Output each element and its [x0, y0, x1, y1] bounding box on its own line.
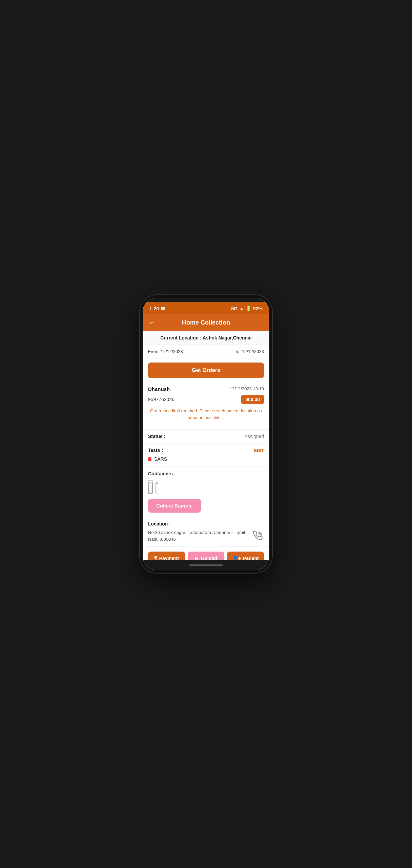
- home-indicator: [143, 560, 269, 570]
- call-button[interactable]: [252, 530, 264, 542]
- patient-phone: 9597762026: [148, 397, 174, 402]
- upload-label: Upload: [201, 556, 217, 560]
- add-patient-icon: 👤+: [232, 556, 241, 560]
- time-display: 1:20: [149, 306, 159, 311]
- to-date: To: 12/12/2023: [235, 349, 264, 354]
- battery-icon: 🔋: [246, 306, 251, 311]
- test-item: SARS: [148, 456, 264, 462]
- date-filter-row: From: 12/12/2023 To: 12/12/2023: [143, 345, 269, 358]
- rupee-icon: ₹: [154, 556, 157, 560]
- containers-label: Containers :: [148, 471, 264, 476]
- tests-section: Tests : EDIT SARS: [143, 443, 269, 467]
- home-bar: [189, 564, 223, 566]
- status-bar: 1:20 ✉ 5G ▲ 🔋 92%: [143, 302, 269, 314]
- status-value: Assigned: [244, 434, 264, 439]
- location-label: Location :: [148, 521, 264, 526]
- location-address: No 26 ashok nagar ,Tamabaram ,Chennai – …: [148, 529, 252, 542]
- notch: [143, 298, 269, 302]
- tests-label: Tests :: [148, 448, 163, 453]
- collect-sample-button[interactable]: Collect Sample: [148, 499, 201, 513]
- tube-2: [156, 484, 158, 494]
- order-header: Dhanush 12/12/2023 13:19: [148, 386, 264, 392]
- signal-icon: ▲: [239, 306, 244, 311]
- upload-button[interactable]: ℞ Upload: [188, 552, 225, 560]
- tube-1: [148, 482, 153, 494]
- main-content: Current Location : Ashok Nagar,Chennai F…: [143, 331, 269, 560]
- mail-icon: ✉: [161, 306, 165, 311]
- edit-button[interactable]: EDIT: [254, 448, 264, 453]
- status-left: 1:20 ✉: [149, 306, 165, 311]
- status-right: 5G ▲ 🔋 92%: [231, 306, 263, 311]
- status-row: Status : Assigned: [143, 430, 269, 443]
- location-content: No 26 ashok nagar ,Tamabaram ,Chennai – …: [148, 529, 264, 542]
- location-section: Location : No 26 ashok nagar ,Tamabaram …: [143, 517, 269, 547]
- patient-button[interactable]: 👤+ Patient: [227, 552, 264, 560]
- container-icons: [148, 480, 264, 494]
- current-location-text: Current Location : Ashok Nagar,Chennai: [160, 335, 251, 340]
- network-label: 5G: [231, 306, 238, 311]
- containers-section: Containers : Collect Sample: [143, 467, 269, 517]
- order-card: Dhanush 12/12/2023 13:19 9597762026 800.…: [143, 382, 269, 429]
- battery-percent: 92%: [253, 306, 263, 311]
- order-subrow: 9597762026 800.00: [148, 395, 264, 404]
- tube-container-2: [156, 482, 158, 494]
- time-warning: Order time limit reached. Please reach p…: [148, 408, 264, 421]
- action-buttons-row: ₹ Payment ℞ Upload 👤+ Patient: [143, 547, 269, 560]
- patient-label: Patient: [243, 556, 259, 560]
- page-title: Home Collection: [160, 319, 252, 326]
- back-button[interactable]: ←: [148, 319, 156, 326]
- patient-name: Dhanush: [148, 386, 170, 392]
- payment-button[interactable]: ₹ Payment: [148, 552, 185, 560]
- phone-frame: 1:20 ✉ 5G ▲ 🔋 92% ← Home Collection Curr…: [140, 295, 272, 573]
- test-name: SARS: [154, 456, 167, 462]
- tests-header: Tests : EDIT: [148, 448, 264, 453]
- tube-container-1: [148, 480, 153, 494]
- prescription-icon: ℞: [195, 556, 199, 560]
- current-location-bar: Current Location : Ashok Nagar,Chennai: [143, 331, 269, 345]
- test-bullet-icon: [148, 457, 151, 461]
- tube-cap-1: [148, 480, 153, 481]
- get-orders-button[interactable]: Get Orders: [148, 363, 264, 378]
- app-header: ← Home Collection: [143, 314, 269, 331]
- status-label: Status :: [148, 434, 165, 439]
- payment-label: Payment: [159, 556, 179, 560]
- order-amount: 800.00: [241, 395, 264, 404]
- from-date: From: 12/12/2023: [148, 349, 183, 354]
- order-datetime: 12/12/2023 13:19: [230, 386, 264, 391]
